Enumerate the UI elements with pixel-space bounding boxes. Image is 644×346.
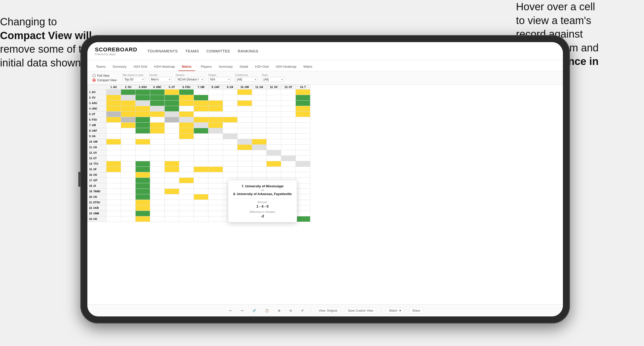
matrix-cell[interactable] — [150, 194, 165, 200]
matrix-cell[interactable] — [194, 95, 208, 101]
matrix-cell[interactable] — [150, 211, 165, 216]
matrix-cell[interactable] — [179, 117, 194, 123]
matrix-cell[interactable] — [194, 194, 208, 200]
matrix-cell[interactable] — [136, 101, 150, 106]
matrix-cell[interactable] — [194, 128, 208, 134]
matrix-cell[interactable] — [121, 183, 136, 189]
matrix-cell[interactable] — [179, 95, 194, 101]
matrix-cell[interactable] — [165, 194, 179, 200]
matrix-cell[interactable] — [150, 145, 165, 150]
matrix-cell[interactable] — [296, 161, 310, 167]
matrix-cell[interactable] — [267, 101, 281, 106]
matrix-cell[interactable] — [223, 117, 238, 123]
matrix-cell[interactable] — [150, 200, 165, 205]
matrix-cell[interactable] — [296, 106, 310, 112]
matrix-cell[interactable] — [252, 95, 267, 101]
matrix-cell[interactable] — [208, 183, 223, 189]
matrix-cell[interactable] — [223, 139, 238, 145]
matrix-cell[interactable] — [106, 90, 121, 95]
matrix-cell[interactable] — [150, 150, 165, 156]
subnav-summary2[interactable]: Summary — [215, 63, 236, 71]
matrix-cell[interactable] — [238, 161, 252, 167]
matrix-cell[interactable] — [223, 167, 238, 172]
matrix-cell[interactable] — [238, 101, 252, 106]
matrix-cell[interactable] — [179, 183, 194, 189]
matrix-cell[interactable] — [136, 106, 150, 112]
matrix-cell[interactable] — [208, 172, 223, 178]
matrix-cell[interactable] — [150, 95, 165, 101]
matrix-cell[interactable] — [296, 112, 310, 117]
matrix-cell[interactable] — [179, 172, 194, 178]
filter-conference-select[interactable]: (All) — [235, 77, 258, 82]
subnav-h2hheatmap1[interactable]: H2H Heatmap — [151, 63, 178, 71]
subnav-detail[interactable]: Detail — [236, 63, 252, 71]
matrix-cell[interactable] — [223, 150, 238, 156]
matrix-cell[interactable] — [121, 200, 136, 205]
matrix-cell[interactable] — [194, 178, 208, 183]
matrix-cell[interactable] — [136, 161, 150, 167]
matrix-cell[interactable] — [106, 167, 121, 172]
matrix-cell[interactable] — [136, 211, 150, 216]
matrix-cell[interactable] — [267, 134, 281, 139]
matrix-cell[interactable] — [223, 128, 238, 134]
matrix-cell[interactable] — [106, 178, 121, 183]
matrix-cell[interactable] — [267, 156, 281, 161]
matrix-cell[interactable] — [252, 156, 267, 161]
matrix-cell[interactable] — [165, 189, 179, 194]
matrix-cell[interactable] — [165, 216, 179, 222]
toolbar-refresh[interactable]: ↺ — [299, 308, 306, 313]
matrix-cell[interactable] — [165, 128, 179, 134]
filter-conference-select-wrap[interactable]: (All) — [235, 77, 258, 82]
matrix-cell[interactable] — [194, 139, 208, 145]
matrix-cell[interactable] — [165, 95, 179, 101]
matrix-cell[interactable] — [136, 139, 150, 145]
matrix-cell[interactable] — [296, 172, 310, 178]
matrix-cell[interactable] — [238, 112, 252, 117]
matrix-cell[interactable] — [194, 172, 208, 178]
matrix-cell[interactable] — [165, 139, 179, 145]
matrix-cell[interactable] — [252, 145, 267, 150]
matrix-cell[interactable] — [165, 134, 179, 139]
matrix-cell[interactable] — [179, 161, 194, 167]
filter-gender-select[interactable]: Men's — [149, 77, 172, 82]
matrix-cell[interactable] — [136, 95, 150, 101]
matrix-cell[interactable] — [165, 101, 179, 106]
matrix-cell[interactable] — [121, 112, 136, 117]
matrix-cell[interactable] — [238, 167, 252, 172]
matrix-cell[interactable] — [296, 95, 310, 101]
nav-committee[interactable]: COMMITTEE — [206, 48, 230, 54]
matrix-cell[interactable] — [267, 90, 281, 95]
matrix-cell[interactable] — [179, 167, 194, 172]
matrix-cell[interactable] — [296, 167, 310, 172]
matrix-cell[interactable] — [223, 172, 238, 178]
matrix-cell[interactable] — [238, 139, 252, 145]
matrix-cell[interactable] — [106, 183, 121, 189]
matrix-cell[interactable] — [121, 145, 136, 150]
matrix-cell[interactable] — [165, 172, 179, 178]
filter-max-teams-select[interactable]: Top 50 — [123, 77, 145, 82]
matrix-cell[interactable] — [194, 205, 208, 211]
matrix-cell[interactable] — [179, 128, 194, 134]
matrix-cell[interactable] — [296, 183, 310, 189]
matrix-cell[interactable] — [150, 112, 165, 117]
matrix-cell[interactable] — [208, 123, 223, 128]
matrix-cell[interactable] — [208, 139, 223, 145]
matrix-cell[interactable] — [296, 189, 310, 194]
matrix-cell[interactable] — [179, 139, 194, 145]
matrix-cell[interactable] — [208, 145, 223, 150]
matrix-cell[interactable] — [150, 101, 165, 106]
matrix-cell[interactable] — [165, 205, 179, 211]
matrix-cell[interactable] — [150, 172, 165, 178]
matrix-cell[interactable] — [208, 189, 223, 194]
matrix-cell[interactable] — [121, 205, 136, 211]
matrix-cell[interactable] — [252, 101, 267, 106]
matrix-cell[interactable] — [208, 211, 223, 216]
matrix-cell[interactable] — [223, 95, 238, 101]
matrix-cell[interactable] — [208, 101, 223, 106]
matrix-cell[interactable] — [281, 161, 296, 167]
matrix-cell[interactable] — [136, 117, 150, 123]
matrix-cell[interactable] — [208, 200, 223, 205]
matrix-cell[interactable] — [281, 95, 296, 101]
matrix-cell[interactable] — [106, 161, 121, 167]
matrix-cell[interactable] — [267, 172, 281, 178]
